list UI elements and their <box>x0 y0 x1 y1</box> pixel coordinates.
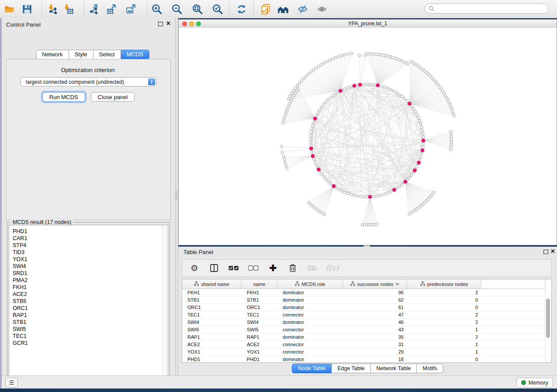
tab-node-table[interactable]: Node Table <box>292 364 332 373</box>
table-scrollbar[interactable] <box>545 289 551 362</box>
tab-mcds[interactable]: MCDS <box>121 50 149 59</box>
memory-button[interactable]: Memory <box>516 378 553 388</box>
close-panel-icon[interactable]: ✕ <box>166 20 171 27</box>
network-graph[interactable] <box>179 28 557 245</box>
mcds-result-item[interactable]: YOX1 <box>13 256 168 263</box>
mcds-list-scrollbar[interactable] <box>162 226 167 381</box>
zoom-in-button[interactable] <box>150 3 163 16</box>
table-row[interactable]: TEC1TEC1connector472 <box>182 311 545 319</box>
column-header-MCDS-role[interactable]: MCDS role <box>277 279 343 289</box>
table-row[interactable]: FKH1FKH1dominator962 <box>182 289 545 296</box>
refresh-layout-button[interactable] <box>235 3 248 16</box>
table-row[interactable]: PHD1PHD1dominator180 <box>182 356 545 363</box>
export-image-button[interactable] <box>125 3 138 16</box>
mcds-result-item[interactable]: SWI5 <box>13 326 168 333</box>
vertical-splitter[interactable] <box>175 18 178 375</box>
optimization-criterion-select[interactable]: largest connected component (undirected)… <box>21 77 156 86</box>
mcds-result-item[interactable]: STB5 <box>13 298 168 305</box>
column-header-successor-nodes[interactable]: successor nodes <box>343 279 407 289</box>
mcds-result-item[interactable]: SRD1 <box>13 270 168 277</box>
save-session-button[interactable] <box>21 3 34 16</box>
tab-edge-table[interactable]: Edge Table <box>332 364 370 373</box>
mcds-result-item[interactable]: STP4 <box>13 242 168 249</box>
table-row[interactable]: STB1STB1dominator620 <box>182 296 545 304</box>
toolbar-separator <box>147 2 148 15</box>
zoom-fit-button[interactable] <box>191 3 204 16</box>
tab-network-table[interactable]: Network Table <box>371 364 417 373</box>
export-network-button[interactable] <box>87 3 100 16</box>
mcds-result-item[interactable]: TID3 <box>13 249 168 256</box>
close-panel-button[interactable]: Close panel <box>91 92 135 102</box>
table-row[interactable]: RAP1RAP1dominator352 <box>182 334 545 341</box>
zoom-out-button[interactable] <box>170 3 183 16</box>
mcds-result-item[interactable]: PMA2 <box>13 277 168 284</box>
cell-successor-nodes: 46 <box>343 320 407 325</box>
import-table-button[interactable] <box>62 3 75 16</box>
network-canvas[interactable] <box>179 28 557 245</box>
hide-style-button[interactable] <box>296 3 309 16</box>
column-header-name[interactable]: name <box>242 279 277 289</box>
mcds-result-item[interactable]: ORC1 <box>13 305 168 312</box>
plus-icon: ✚ <box>270 263 277 273</box>
table-row[interactable]: ACE2ACE2connector311 <box>182 341 545 348</box>
export-image-icon <box>126 3 137 15</box>
tab-motifs[interactable]: Motifs <box>417 364 443 373</box>
zoom-selected-button[interactable] <box>211 3 224 16</box>
table-scrollbar-thumb[interactable] <box>546 299 550 338</box>
deselect-all-button[interactable] <box>248 263 259 273</box>
tab-style[interactable]: Style <box>69 50 93 59</box>
cell-name: PHD1 <box>242 357 277 362</box>
column-header-predecessor-nodes[interactable]: predecessor nodes <box>407 279 481 289</box>
mcds-result-item[interactable]: STB1 <box>13 319 168 326</box>
mcds-result-list[interactable]: PHD1CAR1STP4TID3YOX1SWI4SRD1PMA2FKH1ACE2… <box>9 225 168 382</box>
search-input[interactable] <box>436 4 548 13</box>
cell-name: YOX1 <box>242 349 277 354</box>
cell-predecessor-nodes: 0 <box>407 305 481 310</box>
network-from-document-button[interactable] <box>259 3 272 16</box>
open-file-button[interactable] <box>3 3 16 16</box>
select-all-button[interactable] <box>228 263 239 273</box>
table-row[interactable]: ORC1ORC1dominator610 <box>182 304 545 311</box>
settings-button[interactable]: ⚙ <box>189 263 200 273</box>
task-list-button[interactable]: ☰ <box>5 378 18 388</box>
close-table-panel-icon[interactable]: ✕ <box>550 248 555 254</box>
add-column-button[interactable]: ✚ <box>268 263 278 273</box>
table-row[interactable]: YOX1YOX1connector291 <box>182 348 545 356</box>
export-table-button[interactable] <box>105 3 118 16</box>
tab-select[interactable]: Select <box>93 50 121 59</box>
tab-network[interactable]: Network <box>36 50 69 59</box>
column-label: MCDS role <box>302 282 325 287</box>
search-field[interactable] <box>425 3 549 14</box>
list-icon: ☰ <box>9 379 14 386</box>
column-header-shared-name[interactable]: shared name <box>182 279 242 289</box>
import-network-button[interactable] <box>46 3 59 16</box>
show-preview-button[interactable] <box>315 3 329 16</box>
delete-table-button[interactable] <box>307 263 318 273</box>
network-from-document-icon <box>260 3 271 15</box>
mcds-result-item[interactable]: RAP1 <box>13 312 168 319</box>
columns-button[interactable] <box>209 263 219 273</box>
column-tree-icon <box>295 281 300 287</box>
float-panel-icon[interactable] <box>158 22 163 26</box>
close-window-icon[interactable] <box>182 21 187 26</box>
float-table-panel-icon[interactable] <box>543 250 548 254</box>
maximize-window-icon[interactable] <box>196 21 201 26</box>
run-mcds-button[interactable]: Run MCDS <box>42 92 85 102</box>
mcds-result-item[interactable]: TEC1 <box>13 333 168 340</box>
delete-columns-button[interactable] <box>287 263 298 273</box>
mcds-result-item[interactable]: GCR1 <box>13 340 168 347</box>
mcds-result-item[interactable]: ACE2 <box>13 291 168 298</box>
table-row[interactable]: SWI5SWI5connector431 <box>182 326 545 334</box>
column-tree-icon <box>420 281 425 287</box>
minimize-window-icon[interactable] <box>189 21 194 26</box>
column-label: name <box>253 282 266 287</box>
import-table-icon <box>63 3 74 15</box>
table-row[interactable]: SWI4SWI4dominator462 <box>182 319 545 326</box>
function-builder-button[interactable]: f(x) <box>327 263 337 273</box>
home-networks-button[interactable] <box>277 3 290 16</box>
mcds-result-item[interactable]: SWI4 <box>13 263 168 270</box>
mcds-result-item[interactable]: FKH1 <box>13 284 168 291</box>
import-network-icon <box>47 3 59 15</box>
mcds-result-item[interactable]: CAR1 <box>13 235 168 242</box>
mcds-result-item[interactable]: PHD1 <box>13 228 168 235</box>
